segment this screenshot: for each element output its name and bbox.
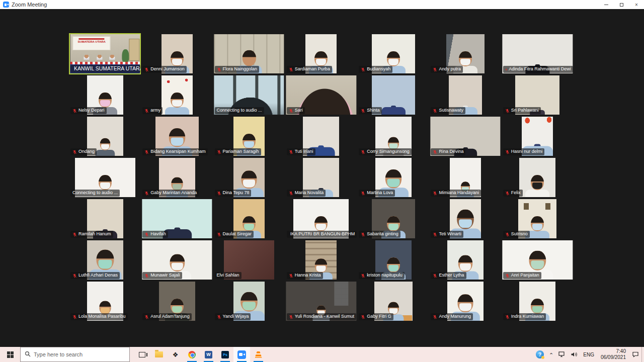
photoshop-taskbar-button[interactable]: Ps bbox=[217, 347, 233, 362]
video-tile[interactable]: Anri Panjaitan bbox=[503, 240, 573, 280]
video-tile[interactable]: army bbox=[142, 75, 212, 115]
speaker-icon[interactable] bbox=[568, 347, 580, 362]
video-tile[interactable]: Dina Tepu 78 bbox=[214, 158, 284, 197]
video-tile[interactable]: Sutrisno bbox=[503, 199, 573, 238]
participant-name-label: Rina Devina bbox=[431, 148, 465, 155]
zoom-taskbar-button[interactable] bbox=[233, 347, 250, 362]
video-tile[interactable]: Bidang Kearsipan Kumham bbox=[142, 117, 212, 156]
video-tile[interactable]: Andy putra bbox=[430, 34, 500, 73]
video-tile[interactable]: Martina Lova bbox=[358, 158, 428, 197]
face-mask bbox=[171, 263, 183, 270]
video-tile[interactable]: Lola Monalisa Pasaribu bbox=[70, 282, 140, 321]
face-mask bbox=[316, 265, 326, 272]
video-tile[interactable]: Ramilah Hanum bbox=[70, 199, 140, 238]
participant-name-label: Adinda Fitra Rahmawanti Dewi bbox=[503, 66, 573, 73]
network-icon[interactable] bbox=[556, 347, 568, 362]
video-tile[interactable]: Sri Pahlawani bbox=[503, 75, 573, 115]
hair bbox=[243, 134, 256, 140]
video-tile[interactable]: Rina Devina bbox=[430, 117, 500, 156]
task-view-taskbar-button[interactable] bbox=[134, 347, 150, 362]
video-tile[interactable]: Mimiana Handayani bbox=[430, 158, 500, 197]
video-tile[interactable]: Sardiaman Purba bbox=[286, 34, 356, 73]
video-tile[interactable]: Teti Winarti bbox=[430, 199, 500, 238]
muted-mic-icon bbox=[505, 191, 510, 196]
muted-mic-icon bbox=[361, 67, 365, 72]
video-tile[interactable]: Elvi Sahlan bbox=[214, 240, 284, 280]
participant-name-label: Luthfi Azhari Denas bbox=[70, 272, 120, 279]
video-tile[interactable]: Indra Kurniawan bbox=[503, 282, 573, 321]
face-mask bbox=[316, 59, 326, 65]
video-tile[interactable]: Ondang bbox=[70, 117, 140, 156]
video-tile[interactable]: Felix bbox=[503, 158, 573, 197]
video-tile[interactable]: Munawir Sajali bbox=[142, 240, 212, 280]
action-center-icon[interactable] bbox=[629, 347, 641, 362]
video-tile[interactable]: Yuli Rosdiana - Kanwil Sumut bbox=[286, 282, 356, 321]
video-tile[interactable]: Hasni nur delmi bbox=[503, 117, 573, 156]
video-tile[interactable]: Pariaman Saragih bbox=[214, 117, 284, 156]
muted-mic-icon bbox=[433, 315, 437, 319]
hair bbox=[316, 305, 326, 310]
close-button[interactable]: × bbox=[629, 0, 644, 9]
taskbar-clock[interactable]: 7:40 06/09/2021 bbox=[597, 348, 629, 361]
face-mask bbox=[243, 179, 255, 188]
file-explorer-taskbar-button[interactable] bbox=[150, 347, 167, 362]
video-tile[interactable]: Flora Nainggolan bbox=[214, 34, 284, 73]
hair bbox=[457, 210, 474, 218]
participant-video bbox=[519, 158, 555, 197]
video-tile[interactable]: Corry Simangunsong bbox=[358, 117, 428, 156]
video-tile[interactable]: SUMATERA UTARA KANWIL SUMATERA UTARA bbox=[70, 34, 140, 73]
video-tile[interactable]: Nelsy Depari bbox=[70, 75, 140, 115]
video-tile[interactable]: Havifah bbox=[142, 199, 212, 238]
face-mask bbox=[532, 306, 542, 313]
video-tile[interactable]: Connecting to audio ... bbox=[70, 158, 140, 197]
participant-name-label: Sri Pahlawani bbox=[503, 107, 541, 114]
video-tile[interactable]: IKA PUTRI BR BANGUN-BPHM bbox=[286, 199, 356, 238]
video-tile[interactable]: Sabarita ginting bbox=[358, 199, 428, 238]
chrome-taskbar-button[interactable] bbox=[184, 347, 200, 362]
participant-name-label: Connecting to audio ... bbox=[215, 107, 264, 114]
tray-time: 7:40 bbox=[601, 348, 626, 355]
search-input[interactable] bbox=[34, 351, 114, 357]
vlc-taskbar-button[interactable] bbox=[250, 347, 267, 362]
muted-mic-icon bbox=[144, 150, 149, 154]
video-tile[interactable]: Budiansyah bbox=[358, 34, 428, 73]
video-tile[interactable]: Luthfi Azhari Denas bbox=[70, 240, 140, 280]
video-tile[interactable]: Adinda Fitra Rahmawanti Dewi bbox=[503, 34, 573, 73]
video-tile[interactable]: Tuti Iriani bbox=[286, 117, 356, 156]
face-mask bbox=[172, 306, 182, 313]
video-tile[interactable]: Yandi Wijaya bbox=[214, 282, 284, 321]
video-tile[interactable]: Sutisnawaty bbox=[430, 75, 500, 115]
video-tile[interactable]: kriston napitupulu bbox=[358, 240, 428, 280]
participant-name-label: Ondang bbox=[70, 148, 97, 155]
video-tile[interactable]: Connecting to audio ... bbox=[214, 75, 284, 115]
start-button[interactable] bbox=[0, 347, 20, 362]
minimize-button[interactable] bbox=[599, 0, 614, 9]
taskbar-search[interactable] bbox=[20, 347, 130, 362]
video-tile[interactable]: Sari bbox=[286, 75, 356, 115]
muted-mic-icon bbox=[72, 109, 77, 113]
video-tile[interactable]: Esther Lytha bbox=[430, 240, 500, 280]
word-taskbar-button[interactable]: W bbox=[200, 347, 217, 362]
video-tile[interactable]: Gaby Marintan Ananda bbox=[142, 158, 212, 197]
participant-name-label: Shinta bbox=[359, 107, 382, 114]
video-tile[interactable]: Asrul AdamTanjung bbox=[142, 282, 212, 321]
maximize-button[interactable] bbox=[614, 0, 629, 9]
muted-mic-icon bbox=[217, 191, 221, 196]
video-tile[interactable]: Maria Novalita bbox=[286, 158, 356, 197]
video-tile[interactable]: Gaby Fitri G bbox=[358, 282, 428, 321]
muted-mic-icon bbox=[144, 67, 149, 72]
video-tile[interactable]: Andy Manurung bbox=[430, 282, 500, 321]
tray-expand-chevron-icon[interactable]: ⌃ bbox=[546, 347, 556, 362]
video-tile[interactable]: Shinta bbox=[358, 75, 428, 115]
help-tray-icon[interactable]: ? bbox=[533, 347, 546, 362]
participant-name-label: Ramilah Hanum bbox=[70, 231, 113, 238]
video-tile[interactable]: Denni Jumanson bbox=[142, 34, 212, 73]
show-desktop-button[interactable] bbox=[641, 347, 644, 362]
hair bbox=[171, 51, 184, 58]
video-tile[interactable]: Hanna Krista bbox=[286, 240, 356, 280]
tray-language[interactable]: ENG bbox=[580, 352, 597, 357]
participant-name-label: Teti Winarti bbox=[431, 231, 463, 238]
zoom-taskbar-icon bbox=[237, 350, 246, 359]
video-tile[interactable]: Daulat Siregar bbox=[214, 199, 284, 238]
dropbox-taskbar-button[interactable]: ❖ bbox=[167, 347, 184, 362]
